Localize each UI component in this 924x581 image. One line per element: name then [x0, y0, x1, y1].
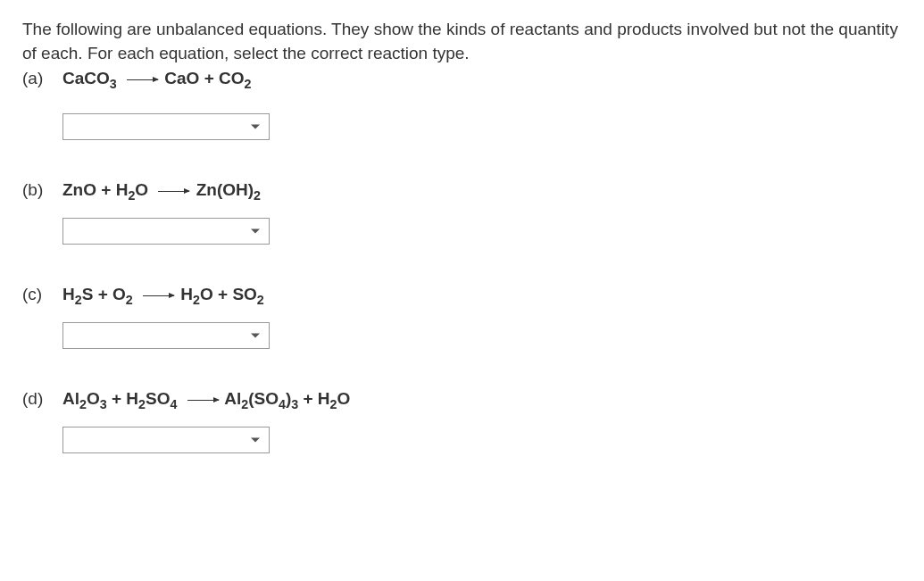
reaction-type-select-b[interactable] — [62, 218, 270, 245]
reaction-type-select-c[interactable] — [62, 322, 270, 349]
chevron-down-icon — [251, 125, 260, 129]
arrow-icon — [187, 400, 219, 401]
question-c: (c) H2S + O2 H2O + SO2 — [22, 285, 902, 349]
chevron-down-icon — [251, 438, 260, 443]
reaction-type-select-a[interactable] — [62, 113, 270, 140]
question-d: (d) Al2O3 + H2SO4 Al2(SO4)3 + H2O — [22, 389, 902, 453]
arrow-icon — [143, 295, 174, 296]
question-b: (b) ZnO + H2O Zn(OH)2 — [22, 180, 902, 245]
question-a: (a) CaCO3 CaO + CO2 — [22, 69, 902, 140]
label-d: (d) — [22, 389, 62, 409]
label-b: (b) — [22, 180, 62, 200]
chevron-down-icon — [251, 334, 260, 338]
equation-c: H2S + O2 H2O + SO2 — [62, 285, 264, 304]
arrow-icon — [158, 191, 189, 192]
label-c: (c) — [22, 285, 62, 304]
intro-text: The following are unbalanced equations. … — [22, 18, 902, 65]
equation-d: Al2O3 + H2SO4 Al2(SO4)3 + H2O — [62, 389, 350, 409]
chevron-down-icon — [251, 229, 260, 234]
arrow-icon — [127, 79, 158, 80]
equation-b: ZnO + H2O Zn(OH)2 — [62, 180, 261, 200]
label-a: (a) — [22, 69, 62, 88]
equation-a: CaCO3 CaO + CO2 — [62, 69, 251, 88]
reaction-type-select-d[interactable] — [62, 427, 270, 453]
